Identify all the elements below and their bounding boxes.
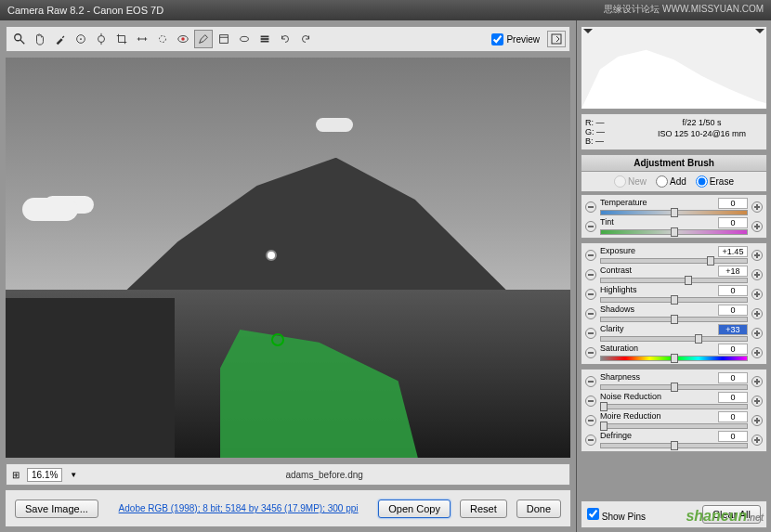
rotate-ccw-icon[interactable] [276,30,294,48]
slider-clarity: Clarity+33 [585,323,763,343]
minus-icon[interactable] [585,328,596,339]
eyedropper-icon[interactable] [51,30,70,48]
histogram[interactable] [581,26,767,110]
minus-icon[interactable] [585,269,596,280]
color-sampler-icon[interactable] [72,30,90,48]
slider-value[interactable]: 0 [718,217,748,228]
plus-icon[interactable] [751,269,763,280]
zoom-tool-icon[interactable] [10,30,29,48]
slider-track[interactable] [600,356,748,361]
plus-icon[interactable] [751,328,763,339]
slider-thumb[interactable] [671,227,678,237]
slider-thumb[interactable] [671,295,678,305]
targeted-adjustment-icon[interactable] [92,30,111,48]
slider-value[interactable]: 0 [718,392,748,403]
straighten-icon[interactable] [133,30,151,48]
slider-track[interactable] [600,297,748,303]
hand-tool-icon[interactable] [31,30,49,48]
workflow-link[interactable]: Adobe RGB (1998); 8 bit; 5184 by 3456 (1… [108,503,369,513]
reset-button[interactable]: Reset [460,500,507,518]
slider-value[interactable]: +1.45 [718,246,748,257]
slider-thumb[interactable] [695,334,702,344]
mode-new[interactable]: New [614,175,647,188]
bottom-controls: Show Pins Clear All [581,500,767,528]
slider-thumb[interactable] [600,402,608,411]
mode-add[interactable]: Add [656,175,686,188]
mode-erase[interactable]: Erase [696,175,734,188]
preview-checkbox[interactable]: Preview [491,33,540,45]
plus-icon[interactable] [751,201,763,213]
preview-canvas[interactable] [6,58,570,458]
slider-value[interactable]: 0 [718,285,748,296]
done-button[interactable]: Done [516,500,561,518]
slider-value[interactable]: 0 [718,411,748,422]
minus-icon[interactable] [585,201,596,213]
slider-track[interactable] [600,210,748,215]
statusbar: ⊞ 16.1% ▼ adams_before.dng [6,463,570,486]
slider-value[interactable]: 0 [718,198,748,209]
graduated-filter-icon[interactable] [215,30,233,48]
slider-track[interactable] [600,423,748,429]
slider-track[interactable] [600,229,748,235]
slider-thumb[interactable] [671,315,678,324]
adjustment-pin[interactable] [266,250,277,261]
slider-thumb[interactable] [671,354,678,363]
rotate-cw-icon[interactable] [296,30,315,48]
slider-value[interactable]: 0 [718,431,748,442]
slider-thumb[interactable] [707,256,714,266]
minus-icon[interactable] [585,415,596,426]
minus-icon[interactable] [585,396,596,407]
brush-mode-row: New Add Erase [581,172,767,192]
slider-thumb[interactable] [671,208,678,217]
slider-track[interactable] [600,404,748,409]
svg-point-4 [98,36,105,43]
slider-thumb[interactable] [600,422,608,431]
slider-moire-reduction: Moire Reduction0 [585,410,763,430]
preferences-icon[interactable] [255,30,274,48]
zoom-select[interactable]: 16.1% [27,468,62,482]
adjustment-brush-icon[interactable] [194,30,213,48]
open-copy-button[interactable]: Open Copy [378,500,451,518]
minus-icon[interactable] [585,289,596,300]
slider-track[interactable] [600,258,748,264]
slider-value[interactable]: 0 [718,344,748,355]
minus-icon[interactable] [585,347,596,358]
slider-track[interactable] [600,317,748,322]
minus-icon[interactable] [585,376,596,387]
minus-icon[interactable] [585,250,596,261]
plus-icon[interactable] [751,396,763,407]
clear-all-button[interactable]: Clear All [702,505,761,524]
fullscreen-icon[interactable] [547,31,566,47]
slider-track[interactable] [600,278,748,283]
plus-icon[interactable] [751,435,763,446]
plus-icon[interactable] [751,221,763,232]
crop-tool-icon[interactable] [112,30,131,48]
slider-sharpness: Sharpness0 [585,371,763,391]
slider-value[interactable]: 0 [718,305,748,316]
spot-removal-icon[interactable] [153,30,172,48]
plus-icon[interactable] [751,289,763,300]
slider-value[interactable]: 0 [718,372,748,383]
minus-icon[interactable] [585,221,596,232]
slider-thumb[interactable] [671,441,678,450]
slider-track[interactable] [600,336,748,342]
grid-icon[interactable]: ⊞ [12,470,20,480]
bottombar: Save Image... Adobe RGB (1998); 8 bit; 5… [6,489,570,526]
minus-icon[interactable] [585,435,596,446]
plus-icon[interactable] [751,376,763,387]
plus-icon[interactable] [751,415,763,426]
plus-icon[interactable] [751,308,763,319]
show-pins-checkbox[interactable]: Show Pins [587,508,646,522]
slider-thumb[interactable] [685,276,692,285]
slider-track[interactable] [600,384,748,390]
save-image-button[interactable]: Save Image... [15,500,98,518]
slider-value[interactable]: +33 [718,324,748,335]
minus-icon[interactable] [585,308,596,319]
slider-value[interactable]: +18 [718,266,748,277]
radial-filter-icon[interactable] [235,30,254,48]
slider-track[interactable] [600,443,748,448]
plus-icon[interactable] [751,347,763,358]
slider-thumb[interactable] [671,383,678,392]
redeye-icon[interactable] [174,30,192,48]
plus-icon[interactable] [751,250,763,261]
